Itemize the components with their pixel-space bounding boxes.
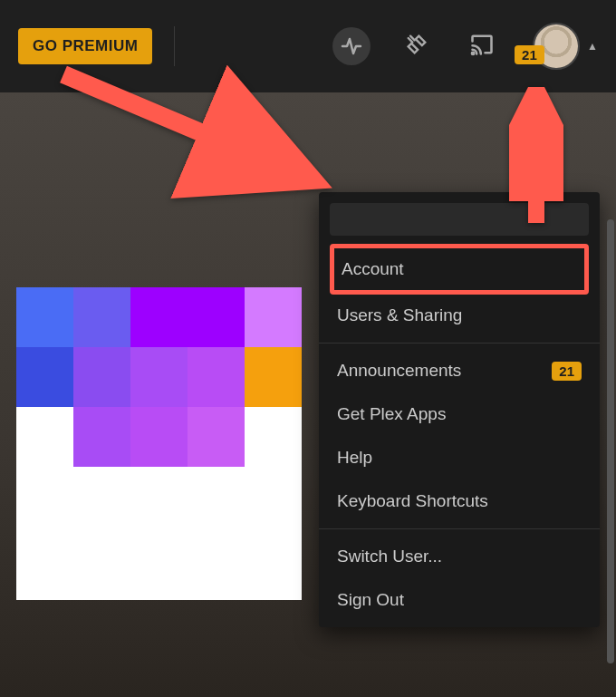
annotation-highlight: Account — [330, 244, 589, 295]
dropdown-search-input[interactable] — [330, 203, 589, 236]
menu-item-keyboard-shortcuts[interactable]: Keyboard Shortcuts — [319, 479, 600, 523]
menu-item-account[interactable]: Account — [334, 248, 584, 290]
divider — [319, 343, 600, 344]
go-premium-button[interactable]: GO PREMIUM — [18, 28, 152, 64]
menu-item-switch-user[interactable]: Switch User... — [319, 535, 600, 578]
artwork-thumbnail — [16, 287, 302, 600]
menu-item-get-apps[interactable]: Get Plex Apps — [319, 392, 600, 436]
activity-icon — [332, 27, 371, 65]
divider — [174, 26, 175, 66]
divider — [319, 528, 600, 529]
tools-icon — [404, 32, 429, 61]
cast-icon — [469, 32, 495, 61]
menu-item-sign-out[interactable]: Sign Out — [319, 578, 600, 622]
user-menu-button[interactable]: 21 ▲ — [533, 23, 598, 70]
menu-item-help[interactable]: Help — [319, 436, 600, 479]
chevron-up-icon: ▲ — [587, 40, 598, 53]
top-bar: GO PREMIUM 21 ▲ — [0, 0, 616, 92]
scrollbar[interactable] — [607, 219, 614, 663]
user-dropdown-menu: Account Users & Sharing Announcements21 … — [319, 192, 600, 627]
content-area: Account Users & Sharing Announcements21 … — [0, 92, 616, 697]
announcements-badge: 21 — [552, 362, 582, 381]
menu-item-announcements[interactable]: Announcements21 — [319, 349, 600, 392]
activity-button[interactable] — [330, 24, 373, 68]
settings-button[interactable] — [395, 24, 438, 68]
svg-point-0 — [472, 53, 474, 54]
cast-button[interactable] — [460, 24, 504, 68]
notification-badge: 21 — [515, 45, 544, 64]
menu-item-users-sharing[interactable]: Users & Sharing — [319, 294, 600, 337]
